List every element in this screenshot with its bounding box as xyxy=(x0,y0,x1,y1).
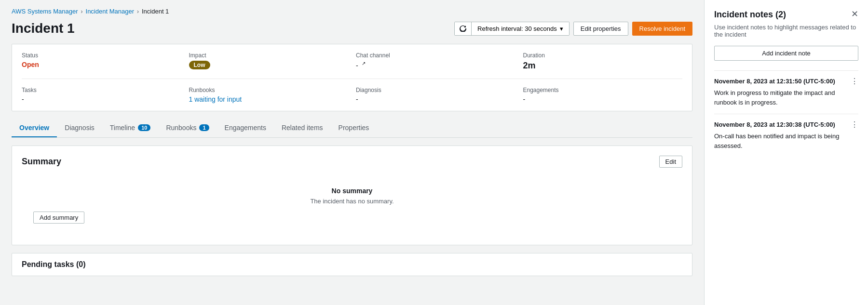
refresh-group: Refresh interval: 30 seconds ▾ xyxy=(454,22,570,36)
close-sidebar-button[interactable]: ✕ xyxy=(851,10,858,18)
header-actions: Refresh interval: 30 seconds ▾ Edit prop… xyxy=(454,22,692,36)
note-text-1: Work in progress to mitigate the impact … xyxy=(714,88,858,107)
note-timestamp-text-2: November 8, 2023 at 12:30:38 (UTC-5:00) xyxy=(714,121,835,128)
impact-field: Impact Low xyxy=(189,52,349,71)
impact-label: Impact xyxy=(189,52,349,59)
duration-field: Duration 2m xyxy=(523,52,683,71)
tab-diagnosis[interactable]: Diagnosis xyxy=(57,119,102,137)
resolve-incident-button[interactable]: Resolve incident xyxy=(632,22,692,36)
tab-properties[interactable]: Properties xyxy=(331,119,377,137)
summary-edit-button[interactable]: Edit xyxy=(659,156,682,168)
status-grid: Status Open Impact Low Chat channel - ↗ … xyxy=(22,52,682,71)
engagements-label: Engagements xyxy=(523,87,683,93)
tasks-value: - xyxy=(22,95,181,103)
tab-overview[interactable]: Overview xyxy=(12,119,57,137)
tab-runbooks-label: Runbooks xyxy=(166,124,196,132)
status-label: Status xyxy=(22,52,181,59)
tasks-label: Tasks xyxy=(22,87,181,93)
tab-properties-label: Properties xyxy=(339,124,369,132)
status-card: Status Open Impact Low Chat channel - ↗ … xyxy=(12,44,692,111)
refresh-interval-label: Refresh interval: 30 seconds xyxy=(477,25,557,32)
diagnosis-label: Diagnosis xyxy=(356,87,515,93)
sidebar-subtitle: Use incident notes to highlight messages… xyxy=(714,24,858,38)
summary-empty-state: No summary The incident has no summary. … xyxy=(22,175,682,235)
impact-badge: Low xyxy=(189,61,210,69)
breadcrumb-current: Incident 1 xyxy=(142,8,169,15)
main-content: AWS Systems Manager › Incident Manager ›… xyxy=(0,0,704,305)
tab-engagements-label: Engagements xyxy=(225,124,266,132)
tab-diagnosis-label: Diagnosis xyxy=(65,124,94,132)
refresh-interval-button[interactable]: Refresh interval: 30 seconds ▾ xyxy=(472,22,569,35)
page-header: Incident 1 Refresh interval: 30 seconds … xyxy=(12,21,692,36)
refresh-dropdown-icon: ▾ xyxy=(560,25,563,32)
summary-title: Summary xyxy=(22,157,61,167)
chat-channel-label: Chat channel xyxy=(356,52,515,59)
incident-notes-sidebar: Incident notes (2) ✕ Use incident notes … xyxy=(704,0,868,305)
summary-header: Summary Edit xyxy=(22,156,682,168)
duration-value: 2m xyxy=(523,61,683,71)
status-row2: Tasks - Runbooks 1 waiting for input Dia… xyxy=(22,79,682,103)
tab-timeline-badge: 10 xyxy=(138,124,150,131)
pending-tasks-title: Pending tasks (0) xyxy=(22,260,682,269)
engagements-field: Engagements - xyxy=(523,87,683,103)
runbooks-label: Runbooks xyxy=(189,87,349,93)
chat-channel-value: - ↗ xyxy=(356,61,515,69)
engagements-value: - xyxy=(523,95,683,103)
tab-related-items[interactable]: Related items xyxy=(274,119,331,137)
sidebar-header: Incident notes (2) ✕ xyxy=(714,10,858,20)
impact-value: Low xyxy=(189,61,349,69)
breadcrumb-sep-1: › xyxy=(81,8,83,15)
diagnosis-value: - xyxy=(356,95,515,103)
refresh-button[interactable] xyxy=(455,22,472,35)
add-summary-button[interactable]: Add summary xyxy=(33,212,84,224)
tabs-bar: Overview Diagnosis Timeline 10 Runbooks … xyxy=(12,119,692,138)
runbooks-value: 1 waiting for input xyxy=(189,95,349,103)
note-text-2: On-call has been notified and impact is … xyxy=(714,132,858,150)
pending-tasks-section: Pending tasks (0) xyxy=(12,253,692,276)
summary-empty-desc: The incident has no summary. xyxy=(33,198,671,205)
breadcrumb-sep-2: › xyxy=(137,8,139,15)
diagnosis-field: Diagnosis - xyxy=(356,87,515,103)
breadcrumb: AWS Systems Manager › Incident Manager ›… xyxy=(12,8,692,15)
sidebar-title: Incident notes (2) xyxy=(714,10,786,20)
duration-label: Duration xyxy=(523,52,683,59)
note-timestamp-text-1: November 8, 2023 at 12:31:50 (UTC-5:00) xyxy=(714,78,835,85)
page-title: Incident 1 xyxy=(12,21,75,36)
tab-timeline[interactable]: Timeline 10 xyxy=(102,119,159,137)
status-value: Open xyxy=(22,61,181,68)
note-timestamp-1: November 8, 2023 at 12:31:50 (UTC-5:00) … xyxy=(714,78,858,85)
summary-section: Summary Edit No summary The incident has… xyxy=(12,146,692,245)
edit-properties-button[interactable]: Edit properties xyxy=(573,22,628,36)
tab-engagements[interactable]: Engagements xyxy=(217,119,274,137)
note-menu-button-1[interactable]: ⋮ xyxy=(851,78,858,85)
note-timestamp-2: November 8, 2023 at 12:30:38 (UTC-5:00) … xyxy=(714,121,858,129)
status-field: Status Open xyxy=(22,52,181,71)
note-item-2: November 8, 2023 at 12:30:38 (UTC-5:00) … xyxy=(714,114,858,157)
note-menu-button-2[interactable]: ⋮ xyxy=(851,121,858,129)
tab-runbooks[interactable]: Runbooks 1 xyxy=(158,119,217,137)
breadcrumb-link-aws[interactable]: AWS Systems Manager xyxy=(12,8,78,15)
chat-channel-field: Chat channel - ↗ xyxy=(356,52,515,71)
note-item-1: November 8, 2023 at 12:31:50 (UTC-5:00) … xyxy=(714,70,858,114)
tab-related-items-label: Related items xyxy=(282,124,323,132)
tab-timeline-label: Timeline xyxy=(110,124,135,132)
breadcrumb-link-incident-manager[interactable]: Incident Manager xyxy=(86,8,134,15)
runbooks-link[interactable]: 1 waiting for input xyxy=(189,95,242,103)
tab-overview-label: Overview xyxy=(19,124,49,132)
add-incident-note-button[interactable]: Add incident note xyxy=(714,46,858,61)
tasks-field: Tasks - xyxy=(22,87,181,103)
runbooks-field: Runbooks 1 waiting for input xyxy=(189,87,349,103)
summary-empty-title: No summary xyxy=(33,187,671,195)
tab-runbooks-badge: 1 xyxy=(199,124,209,131)
